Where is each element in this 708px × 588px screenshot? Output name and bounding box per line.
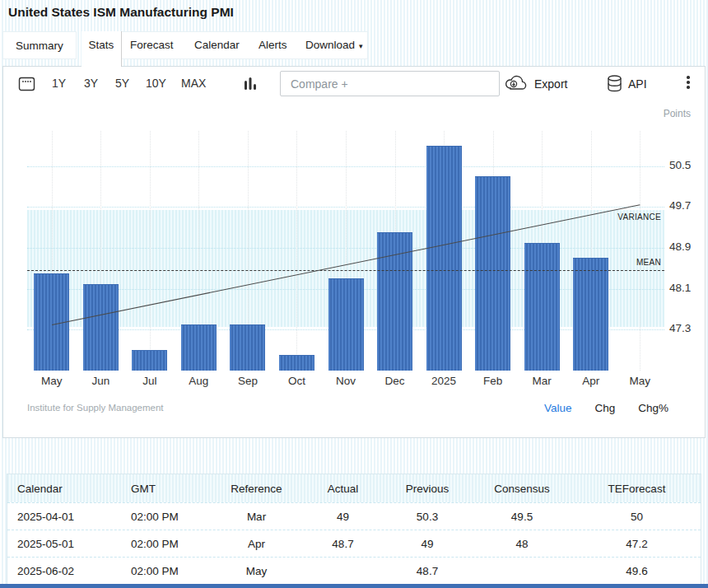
cell-calendar: 2025-06-02 bbox=[7, 558, 114, 585]
link-chgpct[interactable]: Chg% bbox=[638, 402, 668, 414]
cell-actual: 48.7 bbox=[304, 530, 382, 558]
link-chg[interactable]: Chg bbox=[594, 402, 615, 414]
range-button-max[interactable]: MAX bbox=[181, 77, 206, 90]
range-button-1y[interactable]: 1Y bbox=[52, 77, 66, 90]
table-row: 2025-06-0202:00 PMMay48.749.6 bbox=[7, 557, 701, 584]
export-button[interactable]: Export bbox=[504, 75, 567, 92]
page: United States ISM Manufacturing PMI Summ… bbox=[0, 0, 708, 588]
cell-previous: 48.7 bbox=[382, 558, 473, 585]
col-header-consensus: Consensus bbox=[473, 474, 571, 502]
axis-unit-label: Points bbox=[664, 108, 691, 119]
tab-stats[interactable]: Stats bbox=[82, 31, 122, 67]
calendar-icon[interactable] bbox=[18, 76, 35, 92]
col-header-teforecast: TEForecast bbox=[571, 474, 702, 502]
cell-calendar: 2025-04-01 bbox=[7, 503, 114, 530]
calendar-table: CalendarGMTReferenceActualPreviousConsen… bbox=[7, 474, 701, 584]
tab-alerts[interactable]: Alerts bbox=[259, 39, 287, 51]
cell-actual: 49 bbox=[304, 503, 382, 530]
tab-summary[interactable]: Summary bbox=[2, 31, 77, 59]
table-row: 2025-05-0102:00 PMApr48.7494847.2 bbox=[7, 530, 701, 557]
range-button-5y[interactable]: 5Y bbox=[115, 77, 129, 90]
col-header-previous: Previous bbox=[382, 474, 473, 502]
link-value[interactable]: Value bbox=[544, 402, 572, 414]
api-button[interactable]: API bbox=[607, 75, 647, 92]
cloud-download-icon bbox=[504, 75, 529, 92]
cell-previous: 50.3 bbox=[382, 503, 473, 530]
chart-mode-links: ValueChgChg% bbox=[544, 402, 668, 414]
cell-gmt: 02:00 PM bbox=[114, 503, 209, 530]
cell-consensus: 48 bbox=[473, 530, 571, 558]
tab-calendar[interactable]: Calendar bbox=[194, 39, 240, 51]
col-header-calendar: Calendar bbox=[7, 474, 114, 502]
cell-previous: 49 bbox=[382, 530, 473, 558]
database-icon bbox=[607, 75, 622, 92]
cell-consensus: 49.5 bbox=[473, 503, 571, 530]
cell-actual bbox=[304, 558, 382, 585]
bar-chart-icon[interactable] bbox=[244, 76, 257, 91]
chevron-down-icon: ▾ bbox=[359, 42, 363, 50]
cell-reference: Apr bbox=[209, 530, 304, 558]
page-title: United States ISM Manufacturing PMI bbox=[8, 5, 234, 20]
export-label: Export bbox=[534, 77, 567, 91]
bottom-accent-bar bbox=[0, 584, 708, 588]
cell-teforecast: 50 bbox=[571, 503, 702, 530]
tab-stats-label: Stats bbox=[89, 39, 114, 51]
tab-summary-label: Summary bbox=[16, 40, 63, 52]
col-header-actual: Actual bbox=[304, 474, 382, 502]
table-header-row: CalendarGMTReferenceActualPreviousConsen… bbox=[7, 474, 701, 502]
tab-download[interactable]: Download▾ bbox=[305, 39, 363, 51]
col-header-reference: Reference bbox=[209, 474, 304, 502]
cell-teforecast: 49.6 bbox=[571, 558, 702, 585]
range-button-3y[interactable]: 3Y bbox=[84, 77, 98, 90]
source-label: Institute for Supply Management bbox=[27, 403, 164, 413]
tab-forecast[interactable]: Forecast bbox=[130, 39, 174, 51]
range-button-10y[interactable]: 10Y bbox=[146, 77, 166, 90]
cell-consensus bbox=[473, 558, 571, 585]
kebab-menu-icon[interactable] bbox=[687, 76, 690, 89]
cell-reference: Mar bbox=[209, 503, 304, 530]
cell-reference: May bbox=[209, 558, 304, 585]
cell-gmt: 02:00 PM bbox=[114, 558, 209, 585]
cell-gmt: 02:00 PM bbox=[114, 530, 209, 558]
cell-teforecast: 47.2 bbox=[571, 530, 702, 558]
chart-panel bbox=[2, 66, 706, 438]
compare-input[interactable] bbox=[280, 71, 500, 96]
api-label: API bbox=[628, 77, 647, 91]
table-row: 2025-04-0102:00 PMMar4950.349.550 bbox=[7, 502, 701, 530]
cell-calendar: 2025-05-01 bbox=[7, 530, 114, 558]
col-header-gmt: GMT bbox=[114, 474, 209, 502]
